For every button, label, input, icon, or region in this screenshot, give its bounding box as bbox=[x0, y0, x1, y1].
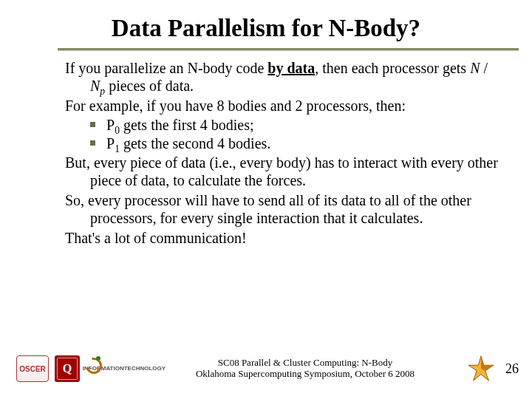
var-p1: P1 bbox=[106, 135, 120, 151]
text: TECHNOLOGY bbox=[124, 366, 166, 372]
footer-logos-left: OSCER Q INFORMATION TECHNOLOGY bbox=[16, 355, 143, 382]
footer: OSCER Q INFORMATION TECHNOLOGY SC08 Para… bbox=[0, 349, 532, 389]
var-np: Np bbox=[90, 78, 105, 94]
dot-icon bbox=[96, 356, 100, 361]
swirl-icon bbox=[83, 355, 105, 377]
paragraph-1: If you parallelize an N-body code by dat… bbox=[65, 59, 501, 95]
text: gets the second 4 bodies. bbox=[120, 135, 270, 151]
subscript: 1 bbox=[115, 143, 120, 154]
slide-title: Data Parallelism for N-Body? bbox=[0, 0, 532, 48]
text: / bbox=[480, 60, 488, 76]
bullet-list: P0 gets the first 4 bodies; P1 gets the … bbox=[65, 116, 501, 152]
bullet-item-p1: P1 gets the second 4 bodies. bbox=[90, 134, 501, 152]
svg-marker-1 bbox=[481, 356, 494, 371]
paragraph-5: That's a lot of communication! bbox=[65, 229, 501, 247]
footer-right: 26 bbox=[467, 355, 519, 383]
paragraph-3: But, every piece of data (i.e., every bo… bbox=[65, 154, 501, 190]
footer-line-2: Oklahoma Supercomputing Symposium, Octob… bbox=[151, 369, 460, 380]
footer-line-1: SC08 Parallel & Cluster Computing: N-Bod… bbox=[151, 358, 460, 369]
bullet-item-p0: P0 gets the first 4 bodies; bbox=[90, 116, 501, 134]
text: If you parallelize an N-body code bbox=[65, 60, 267, 76]
star-logo-icon bbox=[467, 355, 495, 383]
footer-text: SC08 Parallel & Cluster Computing: N-Bod… bbox=[143, 358, 467, 380]
var-p0: P0 bbox=[106, 117, 120, 133]
text: , then each processor gets bbox=[315, 60, 470, 76]
emphasis-by-data: by data bbox=[267, 60, 315, 76]
text: P bbox=[106, 117, 115, 133]
oscer-logo-icon: OSCER bbox=[16, 355, 49, 382]
slide: Data Parallelism for N-Body? If you para… bbox=[0, 0, 532, 399]
text: gets the first 4 bodies; bbox=[120, 117, 254, 133]
ou-logo-icon: Q bbox=[55, 355, 80, 382]
paragraph-4: So, every processor will have to send al… bbox=[65, 191, 501, 228]
paragraph-2: For example, if you have 8 bodies and 2 … bbox=[65, 97, 501, 115]
it-logo-icon: INFORMATION TECHNOLOGY bbox=[86, 356, 143, 381]
page-number: 26 bbox=[505, 361, 519, 377]
text: N bbox=[90, 78, 100, 94]
text: P bbox=[106, 135, 115, 151]
text: pieces of data. bbox=[105, 78, 194, 94]
slide-body: If you parallelize an N-body code by dat… bbox=[0, 50, 532, 247]
var-n: N bbox=[470, 60, 480, 76]
